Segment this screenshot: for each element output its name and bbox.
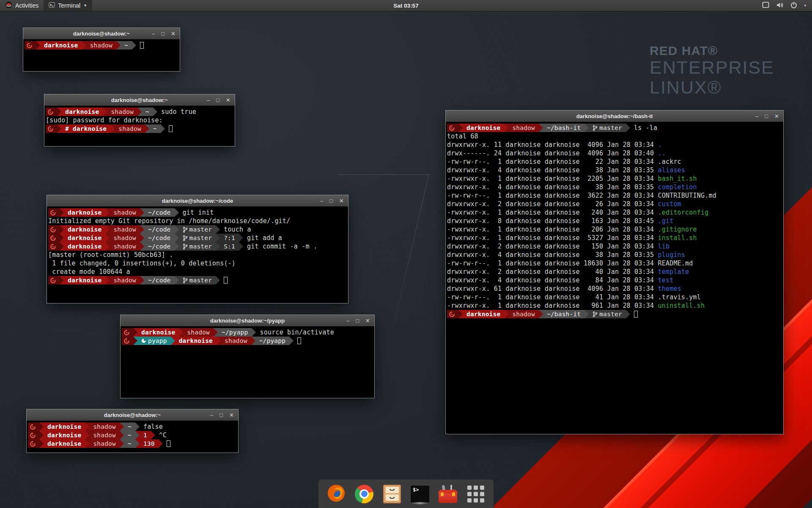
terminal-cursor: [634, 311, 638, 318]
dock-item-chrome[interactable]: [354, 484, 374, 504]
terminal-line: darknoiseshadow~/bash-itmaster: [447, 310, 783, 318]
powerline-arrow-icon: [39, 439, 44, 448]
powerline-arrow-icon: [626, 124, 630, 132]
terminal-line: -rwxrwxr-x. 1 darknoise darknoise 206 Ja…: [447, 225, 783, 234]
chevron-down-icon: ▼: [83, 3, 87, 8]
powerline-arrow-icon: [289, 337, 294, 345]
minimize-button[interactable]: –: [320, 198, 323, 204]
output-text: total 68: [447, 132, 478, 141]
dock-item-firefox[interactable]: [326, 484, 346, 504]
powerline-arrow-icon: [539, 310, 543, 318]
prompt-segment-user: darknoise: [463, 124, 504, 132]
maximize-button[interactable]: □: [356, 318, 359, 323]
prompt-segment-user: darknoise: [64, 208, 105, 217]
dock-item-files[interactable]: [382, 484, 402, 504]
prompt-segment-host: shadow: [110, 225, 140, 234]
powerline-arrow-icon: [133, 337, 137, 345]
powerline-arrow-icon: [60, 234, 64, 242]
minimize-button[interactable]: –: [152, 31, 155, 36]
maximize-button[interactable]: □: [216, 97, 219, 103]
window-titlebar[interactable]: darknoise@shadow:~/code – □ ✕: [47, 195, 348, 207]
dock-item-toolbox[interactable]: [438, 484, 458, 504]
activities-button[interactable]: Activities: [0, 0, 44, 11]
terminal-window-home-2[interactable]: darknoise@shadow:~ – □ ✕ darknoiseshadow…: [26, 409, 239, 453]
output-text: drwxrwxr-x. 2 darknoise darknoise 150 Ja…: [447, 242, 658, 251]
terminal-window-bash-it[interactable]: darknoise@shadow:~/bash-it – □ ✕ darknoi…: [445, 110, 784, 434]
prompt-segment-path: ~: [121, 41, 132, 50]
close-button[interactable]: ✕: [365, 318, 370, 323]
prompt-segment-venv: pyapp: [137, 337, 171, 345]
output-text: drwxrwxr-x. 2 darknoise darknoise 26 Jan…: [447, 200, 658, 208]
minimize-button[interactable]: –: [346, 318, 349, 323]
powerline-arrow-icon: [175, 234, 179, 242]
terminal-content[interactable]: darknoiseshadow~: [23, 39, 180, 71]
terminal-window-sudo[interactable]: darknoise@shadow:~ – □ ✕ darknoiseshadow…: [44, 94, 235, 146]
maximize-button[interactable]: □: [765, 113, 768, 119]
close-button[interactable]: ✕: [229, 412, 234, 418]
powerline-arrow-icon: [105, 242, 110, 251]
maximize-button[interactable]: □: [329, 198, 333, 204]
terminal-line: drwx------. 24 darknoise darknoise 4096 …: [447, 149, 783, 157]
terminal-line: pyappdarknoiseshadow~/pyapp: [122, 337, 374, 345]
volume-icon[interactable]: [776, 2, 784, 10]
window-titlebar[interactable]: darknoise@shadow:~ – □ ✕: [44, 94, 235, 106]
close-button[interactable]: ✕: [171, 31, 176, 36]
output-text: drwxrwxr-x. 8 darknoise darknoise 163 Ja…: [447, 217, 658, 225]
powerline-arrow-icon: [151, 431, 155, 439]
terminal-line: drwxrwxr-x. 4 darknoise darknoise 84 Jan…: [447, 276, 783, 284]
wallpaper-line: [338, 174, 430, 175]
powerline-arrow-icon: [458, 310, 463, 318]
prompt-segment-branch: master: [179, 225, 216, 234]
terminal-content[interactable]: darknoiseshadow~sudo true[sudo] password…: [44, 106, 235, 146]
powerline-arrow-icon: [137, 108, 142, 116]
window-titlebar[interactable]: darknoise@shadow:~ – □ ✕: [27, 409, 238, 421]
terminal-line: darknoiseshadow~/bash-itmasterls -la: [447, 124, 783, 132]
terminal-window-home-1[interactable]: darknoise@shadow:~ – □ ✕ darknoiseshadow…: [23, 28, 180, 72]
output-text: create mode 100644 a: [48, 268, 130, 276]
output-text: drwxrwxr-x. 4 darknoise darknoise 84 Jan…: [447, 276, 658, 284]
powerline-arrow-icon: [239, 242, 243, 251]
powerline-arrow-icon: [584, 310, 589, 318]
close-button[interactable]: ✕: [339, 198, 344, 204]
terminal-content[interactable]: darknoiseshadow~falsedarknoiseshadow~1^C…: [27, 421, 238, 453]
terminal-window-pyapp[interactable]: darknoise@shadow:~/pyapp – □ ✕ darknoise…: [120, 315, 375, 398]
powerline-arrow-icon: [140, 234, 144, 242]
prompt-segment-branch: master: [179, 234, 216, 242]
terminal-window-code[interactable]: darknoise@shadow:~/code – □ ✕ darknoises…: [47, 195, 348, 304]
chevron-down-icon[interactable]: ▾: [804, 3, 806, 8]
terminal-line: darknoiseshadow~/pyappsource bin/activat…: [122, 328, 374, 337]
minimize-button[interactable]: –: [210, 412, 213, 418]
terminal-content[interactable]: darknoiseshadow~/bash-itmasterls -latota…: [446, 122, 783, 434]
output-text: -rw-rw-r--. 1 darknoise darknoise 18630 …: [447, 259, 658, 268]
maximize-button[interactable]: □: [161, 31, 165, 36]
output-text: drwx------. 24 darknoise darknoise 4096 …: [447, 149, 658, 157]
prompt-segment-user: darknoise: [44, 431, 85, 439]
terminal-line: darknoiseshadow~/codemaster: [48, 276, 348, 284]
output-text: -rwxrwxr-x. 1 darknoise darknoise 2205 J…: [447, 174, 658, 183]
display-icon[interactable]: [762, 2, 769, 9]
close-button[interactable]: ✕: [774, 113, 779, 119]
close-button[interactable]: ✕: [226, 97, 230, 103]
terminal-line: -rw-rw-r--. 1 darknoise darknoise 18630 …: [447, 259, 783, 268]
powerline-arrow-icon: [105, 208, 110, 217]
maximize-button[interactable]: □: [219, 412, 223, 418]
dock-item-app-grid[interactable]: [466, 484, 486, 504]
window-titlebar[interactable]: darknoise@shadow:~/bash-it – □ ✕: [446, 110, 783, 122]
firefox-icon: [326, 483, 346, 505]
prompt-segment-status: ?:1: [220, 234, 239, 242]
prompt-segment-host: shadow: [89, 431, 120, 439]
powerline-arrow-icon: [60, 276, 64, 284]
minimize-button[interactable]: –: [755, 113, 758, 119]
terminal-content[interactable]: darknoiseshadow~/codegit initInitialized…: [47, 207, 348, 303]
prompt-segment-path: ~: [124, 431, 135, 439]
powerline-arrow-icon: [252, 328, 256, 337]
window-titlebar[interactable]: darknoise@shadow:~/pyapp – □ ✕: [121, 315, 374, 326]
power-icon[interactable]: [790, 2, 797, 10]
window-titlebar[interactable]: darknoise@shadow:~ – □ ✕: [23, 28, 180, 39]
dock-item-terminal[interactable]: $>: [410, 484, 430, 504]
minimize-button[interactable]: –: [207, 97, 210, 103]
toolbox-icon: [439, 484, 457, 504]
clock[interactable]: Sat 03:57: [393, 3, 418, 9]
terminal-content[interactable]: darknoiseshadow~/pyappsource bin/activat…: [121, 326, 374, 398]
app-menu-terminal[interactable]: Terminal ▼: [44, 0, 92, 11]
